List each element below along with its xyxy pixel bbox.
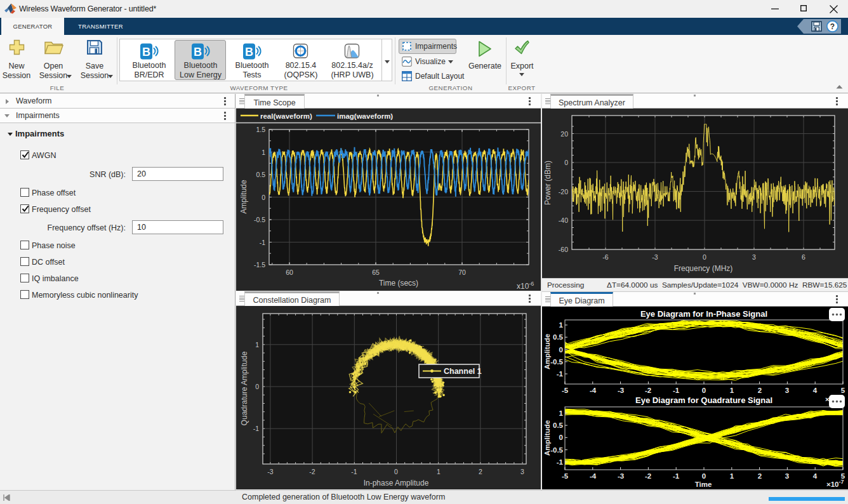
svg-text:-60: -60 <box>559 246 568 253</box>
svg-text:B: B <box>194 46 202 58</box>
svg-text:60: 60 <box>286 269 293 276</box>
svg-text:0: 0 <box>702 387 706 394</box>
svg-text:-1: -1 <box>253 425 259 432</box>
svg-text:1: 1 <box>262 149 265 156</box>
svg-text:-1: -1 <box>351 468 357 475</box>
svg-text:-0.5: -0.5 <box>550 446 563 454</box>
svg-text:Eye Diagram for Quadrature Sig: Eye Diagram for Quadrature Signal <box>635 395 772 405</box>
svg-text:2: 2 <box>758 472 762 480</box>
svg-text:-1: -1 <box>673 387 680 394</box>
svg-text:2: 2 <box>758 387 762 394</box>
svg-text:-6: -6 <box>602 253 608 261</box>
svg-text:6: 6 <box>802 253 805 261</box>
svg-text:-40: -40 <box>559 216 568 224</box>
svg-text:0: 0 <box>703 253 706 261</box>
svg-text:imag(waveform): imag(waveform) <box>337 112 393 120</box>
svg-text:1: 1 <box>255 341 259 348</box>
svg-text:-4: -4 <box>590 387 597 394</box>
svg-text:3: 3 <box>785 387 789 394</box>
svg-text:-0.5: -0.5 <box>550 358 563 366</box>
svg-text:Power (dBm): Power (dBm) <box>543 161 552 205</box>
svg-text:-5: -5 <box>562 472 569 480</box>
svg-text:-1.5: -1.5 <box>254 261 265 269</box>
svg-text:1: 1 <box>437 468 441 475</box>
svg-text:-3: -3 <box>618 387 624 394</box>
svg-text:2: 2 <box>479 468 482 475</box>
svg-text:-3: -3 <box>652 253 658 261</box>
svg-text:0: 0 <box>702 472 706 480</box>
svg-text:4: 4 <box>813 387 818 394</box>
svg-text:70: 70 <box>458 269 466 276</box>
svg-text:-20: -20 <box>559 188 568 196</box>
svg-text:0: 0 <box>559 346 563 354</box>
svg-text:65: 65 <box>372 269 380 276</box>
svg-text:B: B <box>142 46 150 58</box>
svg-text:-1: -1 <box>673 472 680 480</box>
svg-text:×: × <box>825 395 830 403</box>
svg-text:-3: -3 <box>618 472 624 480</box>
svg-text:-2: -2 <box>645 472 651 480</box>
svg-text:Time: Time <box>695 481 712 488</box>
svg-text:-3: -3 <box>267 468 273 475</box>
svg-text:-1: -1 <box>260 239 265 246</box>
svg-text:-1: -1 <box>557 370 564 378</box>
svg-text:real(waveform): real(waveform) <box>260 112 312 120</box>
svg-text:0: 0 <box>255 383 259 390</box>
svg-text:5: 5 <box>841 387 845 394</box>
svg-text:3: 3 <box>752 253 756 261</box>
svg-text:Frequency (MHz): Frequency (MHz) <box>674 264 733 273</box>
svg-text:4: 4 <box>813 472 818 480</box>
svg-text:Time (secs): Time (secs) <box>379 279 418 288</box>
svg-text:0.5: 0.5 <box>553 333 564 341</box>
svg-text:1: 1 <box>559 321 564 329</box>
svg-text:-4: -4 <box>590 472 597 480</box>
svg-text:1: 1 <box>730 472 734 480</box>
svg-text:Amplitude: Amplitude <box>239 180 248 214</box>
svg-text:0: 0 <box>262 194 265 201</box>
svg-text:Channel 1: Channel 1 <box>444 367 482 376</box>
svg-text:0: 0 <box>394 468 398 475</box>
svg-text:-0.5: -0.5 <box>254 216 265 223</box>
svg-text:Eye Diagram for In-Phase Signa: Eye Diagram for In-Phase Signal <box>640 309 767 319</box>
svg-text:B: B <box>245 46 253 58</box>
svg-text:In-phase Amplitude: In-phase Amplitude <box>364 479 429 487</box>
svg-text:-5: -5 <box>562 387 569 394</box>
svg-text:?: ? <box>830 22 835 31</box>
svg-text:0.5: 0.5 <box>256 171 265 178</box>
svg-text:1: 1 <box>730 387 734 394</box>
svg-text:1: 1 <box>559 409 564 417</box>
svg-text:-1: -1 <box>557 458 564 466</box>
svg-text:3: 3 <box>785 472 789 480</box>
svg-text:Quadrature Amplitude: Quadrature Amplitude <box>240 351 249 425</box>
svg-text:3: 3 <box>520 468 524 475</box>
svg-text:-2: -2 <box>645 387 651 394</box>
svg-text:0: 0 <box>559 434 563 441</box>
svg-text:-2: -2 <box>309 468 315 475</box>
svg-text:20: 20 <box>560 130 568 138</box>
svg-text:0: 0 <box>564 159 568 166</box>
svg-text:1.5: 1.5 <box>256 126 265 133</box>
svg-text:0.5: 0.5 <box>553 421 564 429</box>
